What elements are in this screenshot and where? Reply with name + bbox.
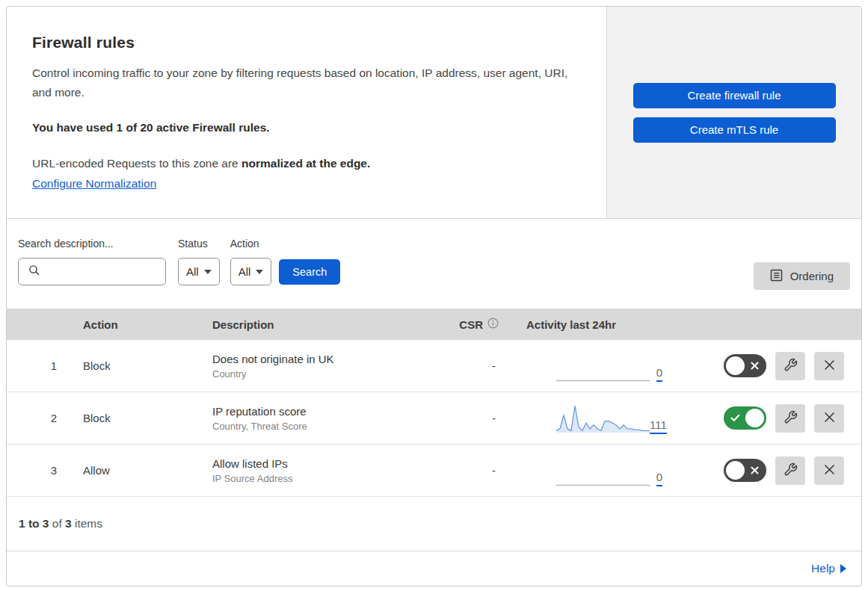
create-firewall-rule-button[interactable]: Create firewall rule	[633, 83, 836, 108]
column-csr-label: CSR	[459, 318, 483, 331]
check-icon	[730, 412, 740, 425]
rule-description-cell: Allow listed IPs IP Source Address	[197, 457, 436, 484]
rule-csr-value: -	[436, 359, 503, 372]
status-toggle[interactable]	[724, 406, 766, 430]
rule-controls	[664, 404, 861, 433]
rule-action: Block	[70, 412, 197, 424]
action-filter-group: Action All	[230, 238, 272, 285]
table-row: 3 Allow Allow listed IPs IP Source Addre…	[7, 445, 861, 497]
rule-description: IP reputation score	[212, 405, 436, 418]
rule-action: Block	[70, 359, 197, 372]
table-row: 1 Block Does not originate in UK Country…	[7, 340, 861, 392]
usage-summary: You have used 1 of 20 active Firewall ru…	[32, 121, 584, 134]
toggle-knob	[726, 461, 745, 480]
column-csr: CSR	[436, 318, 503, 331]
toggle-knob	[745, 409, 764, 427]
status-toggle[interactable]	[724, 354, 766, 377]
rule-description-cell: IP reputation score Country, Threat Scor…	[197, 405, 436, 432]
table-header-row: Action Description CSR Activity last 24h…	[7, 309, 861, 340]
ordering-button[interactable]: Ordering	[754, 262, 850, 290]
action-label: Action	[230, 238, 272, 250]
pagination-summary: 1 to 3 of 3 items	[7, 497, 861, 551]
chevron-down-icon	[256, 270, 263, 274]
pagination-of: of	[49, 517, 65, 530]
rule-description: Does not originate in UK	[212, 353, 436, 365]
ordering-list-icon	[770, 269, 783, 284]
edit-rule-button[interactable]	[775, 404, 805, 433]
action-dropdown[interactable]: All	[230, 258, 272, 285]
delete-rule-button[interactable]	[814, 457, 844, 485]
rule-match-fields: Country, Threat Score	[212, 421, 436, 432]
status-label: Status	[178, 238, 220, 250]
rule-description: Allow listed IPs	[212, 457, 436, 470]
triangle-right-icon	[840, 564, 846, 573]
toggle-knob	[726, 356, 745, 375]
firewall-rules-card: Firewall rules Control incoming traffic …	[6, 6, 862, 587]
search-button[interactable]: Search	[279, 259, 340, 285]
rule-activity-cell: 0	[503, 340, 664, 392]
close-icon	[824, 412, 835, 425]
activity-count-link[interactable]: 0	[656, 367, 662, 382]
normalization-prefix: URL-encoded Requests to this zone are	[32, 157, 241, 170]
rule-controls	[664, 457, 861, 485]
ordering-button-label: Ordering	[790, 270, 834, 282]
close-icon	[824, 359, 835, 373]
rule-csr-value: -	[436, 464, 503, 477]
column-activity: Activity last 24hr	[503, 318, 664, 331]
header-section: Firewall rules Control incoming traffic …	[7, 7, 861, 219]
page-title: Firewall rules	[32, 34, 584, 52]
help-link-label: Help	[811, 562, 835, 575]
activity-sparkline	[556, 403, 650, 434]
x-icon	[751, 359, 759, 373]
status-filter-group: Status All	[178, 238, 220, 285]
rule-action: Allow	[70, 464, 197, 477]
page-description: Control incoming traffic to your zone by…	[32, 64, 584, 102]
close-icon	[824, 464, 835, 477]
header-text-block: Firewall rules Control incoming traffic …	[7, 7, 606, 218]
normalization-bold: normalized at the edge.	[241, 157, 370, 170]
search-label: Search description...	[18, 238, 166, 250]
edit-rule-button[interactable]	[775, 352, 805, 380]
rule-priority: 2	[7, 412, 70, 424]
search-input[interactable]	[46, 261, 165, 283]
edit-rule-button[interactable]	[775, 457, 805, 485]
x-icon	[751, 464, 759, 477]
status-dropdown[interactable]: All	[178, 258, 220, 285]
rule-activity-cell: 111	[503, 392, 664, 444]
rule-match-fields: IP Source Address	[212, 473, 436, 484]
pagination-total: 3	[65, 517, 72, 530]
create-mtls-rule-button[interactable]: Create mTLS rule	[633, 117, 836, 143]
action-dropdown-value: All	[238, 265, 251, 278]
rule-controls	[664, 352, 861, 380]
status-dropdown-value: All	[186, 265, 199, 278]
help-link[interactable]: Help	[811, 562, 846, 575]
status-toggle[interactable]	[724, 459, 766, 482]
activity-sparkline	[556, 455, 650, 486]
rule-csr-value: -	[436, 412, 503, 424]
normalization-text: URL-encoded Requests to this zone are no…	[32, 157, 584, 170]
rule-priority: 3	[7, 464, 70, 477]
search-icon	[28, 264, 40, 279]
help-row: Help	[7, 551, 861, 586]
pagination-range: 1 to 3	[19, 517, 49, 530]
wrench-icon	[784, 358, 798, 374]
rule-activity-cell: 0	[503, 445, 664, 496]
table-row: 2 Block IP reputation score Country, Thr…	[7, 392, 861, 445]
pagination-items: items	[72, 517, 102, 530]
configure-normalization-link[interactable]: Configure Normalization	[32, 177, 156, 191]
activity-sparkline	[556, 350, 650, 382]
info-icon[interactable]	[487, 318, 499, 331]
column-action: Action	[70, 318, 197, 331]
wrench-icon	[784, 410, 798, 427]
activity-count-link[interactable]: 0	[656, 471, 662, 486]
rule-match-fields: Country	[212, 368, 436, 380]
actions-panel: Create firewall rule Create mTLS rule	[606, 7, 861, 218]
search-group: Search description...	[18, 238, 166, 285]
rule-priority: 1	[7, 359, 70, 372]
search-input-wrapper	[18, 258, 166, 285]
chevron-down-icon	[204, 270, 212, 274]
rule-description-cell: Does not originate in UK Country	[197, 353, 436, 380]
delete-rule-button[interactable]	[814, 352, 844, 380]
delete-rule-button[interactable]	[814, 404, 844, 433]
wrench-icon	[784, 462, 798, 479]
